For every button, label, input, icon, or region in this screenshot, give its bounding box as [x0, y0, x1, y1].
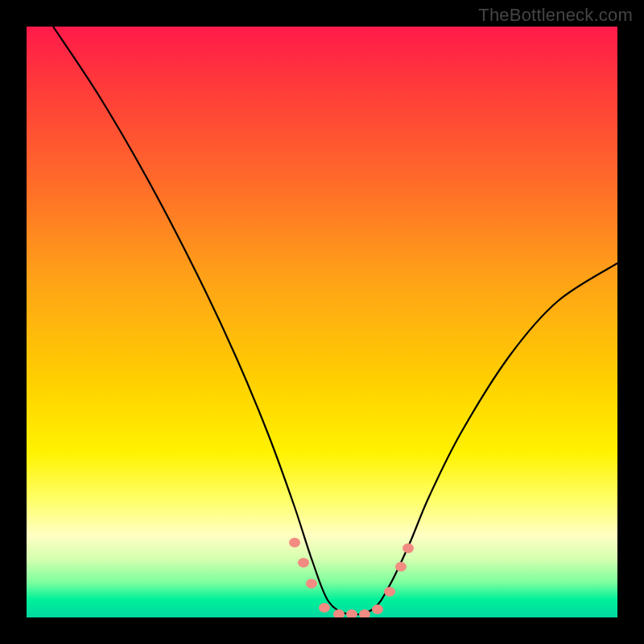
attribution-label: TheBottleneck.com: [478, 5, 633, 26]
chart-plot-area: [27, 27, 617, 617]
